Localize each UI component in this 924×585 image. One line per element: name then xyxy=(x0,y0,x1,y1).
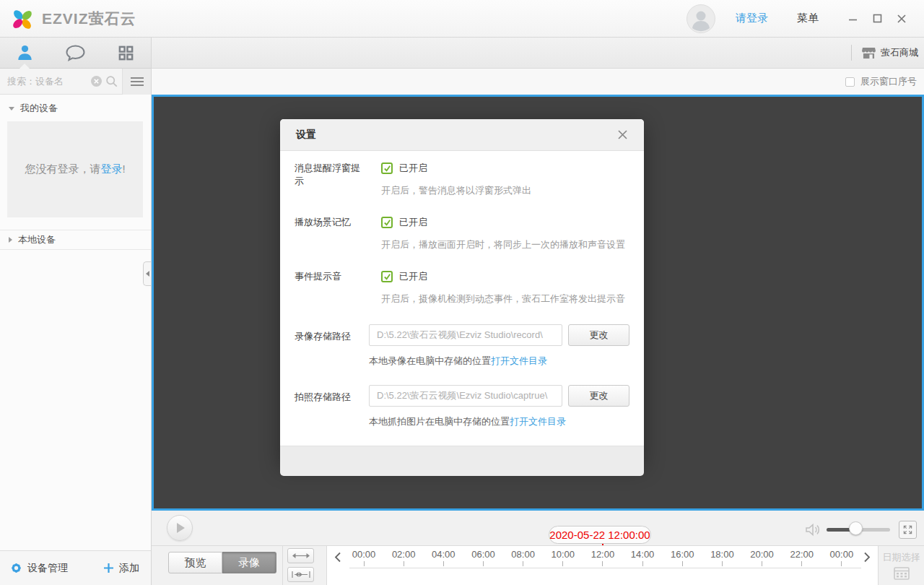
app-window: EZVIZ萤石云 请登录 菜单 xyxy=(0,0,924,585)
store-icon xyxy=(862,47,876,59)
capture-path-input[interactable] xyxy=(369,385,562,407)
calendar-icon[interactable] xyxy=(894,566,910,580)
list-menu-button[interactable] xyxy=(123,69,151,95)
active-tab-notch xyxy=(19,64,30,69)
collapse-left-icon xyxy=(146,271,149,277)
setting-row-capture-path: 拍照存储路径 更改 本地抓拍图片在电脑中存储的位置打开文件目录 xyxy=(295,385,627,428)
settings-dialog: 设置 消息提醒浮窗提示 已开启 开启后，警告消息将以浮 xyxy=(280,119,644,464)
timeline-tick: 04:00 xyxy=(429,549,458,566)
timeline-tick: 14:00 xyxy=(628,549,657,566)
not-logged-in-text: 您没有登录，请登录! xyxy=(25,162,125,176)
avatar[interactable] xyxy=(687,4,715,33)
local-devices-group[interactable]: 本地设备 xyxy=(0,230,151,250)
tab-preview[interactable]: 预览 xyxy=(168,552,222,573)
setting-row-record-path: 录像存储路径 更改 本地录像在电脑中存储的位置打开文件目录 xyxy=(295,324,627,368)
checkbox-checked-icon[interactable] xyxy=(381,217,393,228)
menu-button[interactable]: 菜单 xyxy=(797,12,819,25)
open-capture-folder-link[interactable]: 打开文件目录 xyxy=(510,416,566,427)
change-record-path-button[interactable]: 更改 xyxy=(568,324,629,346)
video-area[interactable]: 设置 消息提醒浮窗提示 已开启 开启后，警告消息将以浮 xyxy=(152,95,924,511)
close-button[interactable] xyxy=(889,8,914,30)
timestamp-badge: 2020-05-22 12:00:00 xyxy=(549,526,651,544)
person-icon xyxy=(16,44,34,62)
setting-desc: 开启后，播放画面开启时，将同步上一次的播放和声音设置 xyxy=(381,238,625,251)
setting-state: 已开启 xyxy=(399,270,427,283)
maximize-button[interactable] xyxy=(865,8,889,30)
add-device-button[interactable]: 添加 xyxy=(103,562,139,575)
sidebar: 我的设备 您没有登录，请登录! 本地设备 设备管理 xyxy=(0,38,152,585)
record-path-input[interactable] xyxy=(369,324,562,346)
checkbox-checked-icon[interactable] xyxy=(381,162,393,174)
search-icon[interactable] xyxy=(105,75,118,87)
dialog-header: 设置 xyxy=(280,119,644,151)
fullscreen-button[interactable] xyxy=(899,521,917,539)
checkbox-checked-icon[interactable] xyxy=(381,271,393,282)
timeline-tick: 08:00 xyxy=(509,549,538,566)
plus-icon xyxy=(103,563,114,573)
timeline-tick: 10:00 xyxy=(549,549,578,566)
sub-toolbar: 展示窗口序号 xyxy=(152,69,924,95)
timeline-tick: 18:00 xyxy=(707,549,736,566)
ezviz-store-button[interactable]: 萤石商城 xyxy=(862,46,918,59)
setting-row-float-alert: 消息提醒浮窗提示 已开启 开启后，警告消息将以浮窗形式弹出 xyxy=(295,162,627,197)
not-logged-in-panel: 您没有登录，请登录! xyxy=(7,121,143,217)
setting-desc: 开启后，摄像机检测到动态事件，萤石工作室将发出提示音 xyxy=(381,292,625,306)
login-msg-prefix: 您没有登录，请 xyxy=(25,162,100,175)
local-devices-label: 本地设备 xyxy=(18,233,56,246)
dialog-body: 消息提醒浮窗提示 已开启 开启后，警告消息将以浮窗形式弹出 播放场景记忆 xyxy=(280,151,644,446)
show-window-number-checkbox[interactable] xyxy=(845,77,855,87)
sidebar-tab-bar xyxy=(0,38,151,69)
timeline[interactable]: 00:00 02:00 04:00 06:00 08:00 10:00 12:0… xyxy=(326,546,879,585)
add-label: 添加 xyxy=(119,562,139,575)
tab-messages[interactable] xyxy=(51,38,101,68)
app-title: EZVIZ萤石云 xyxy=(42,9,136,29)
setting-label: 事件提示音 xyxy=(295,270,369,306)
setting-label: 播放场景记忆 xyxy=(295,216,369,251)
timeline-prev-icon[interactable] xyxy=(328,549,347,565)
login-msg-link[interactable]: 登录 xyxy=(100,162,122,175)
tab-record[interactable]: 录像 xyxy=(222,552,276,573)
sidebar-collapse-handle[interactable] xyxy=(143,261,151,286)
mode-toggle: 预览 录像 xyxy=(168,552,276,573)
login-msg-suffix: ! xyxy=(122,162,125,175)
my-devices-group[interactable]: 我的设备 xyxy=(0,95,151,121)
open-record-folder-link[interactable]: 打开文件目录 xyxy=(491,355,547,366)
timeline-tick: 06:00 xyxy=(468,549,497,566)
timeline-zoom-out-button[interactable] xyxy=(287,567,314,582)
store-label: 萤石商城 xyxy=(881,46,918,59)
minimize-button[interactable] xyxy=(840,8,865,30)
volume-handle[interactable] xyxy=(849,521,863,535)
speaker-icon[interactable] xyxy=(805,523,821,537)
play-button[interactable] xyxy=(167,515,193,541)
timeline-next-icon[interactable] xyxy=(858,549,876,565)
title-bar: EZVIZ萤石云 请登录 菜单 xyxy=(0,0,924,38)
timeline-tick: 00:00 xyxy=(827,549,856,566)
tab-layout[interactable] xyxy=(100,38,151,68)
setting-state: 已开启 xyxy=(399,216,427,229)
search-input[interactable] xyxy=(0,76,91,87)
login-link[interactable]: 请登录 xyxy=(736,12,768,25)
timeline-zoom-in-button[interactable] xyxy=(287,548,314,563)
show-window-number-label: 展示窗口序号 xyxy=(860,75,917,88)
change-capture-path-button[interactable]: 更改 xyxy=(568,385,629,407)
timeline-tick: 00:00 xyxy=(349,549,378,566)
timeline-row: 预览 录像 00:00 02:00 04:00 06:00 08:00 xyxy=(152,545,924,585)
my-devices-label: 我的设备 xyxy=(20,102,58,115)
device-list: 我的设备 您没有登录，请登录! 本地设备 xyxy=(0,95,151,550)
chevron-right-icon xyxy=(9,237,12,243)
date-select-panel: 日期选择 xyxy=(878,546,924,585)
timeline-tick: 20:00 xyxy=(748,549,777,566)
dialog-close-icon[interactable] xyxy=(617,129,628,140)
device-management-label: 设备管理 xyxy=(27,562,68,575)
setting-state: 已开启 xyxy=(399,162,427,175)
device-search-bar xyxy=(0,69,151,95)
gear-icon xyxy=(10,562,22,574)
timeline-tick: 16:00 xyxy=(668,549,697,566)
device-management-button[interactable]: 设备管理 xyxy=(10,562,68,575)
setting-desc: 开启后，警告消息将以浮窗形式弹出 xyxy=(381,184,531,197)
clear-icon[interactable] xyxy=(91,76,102,87)
path-desc: 本地抓拍图片在电脑中存储的位置 xyxy=(369,416,510,427)
ezviz-logo-icon xyxy=(10,6,35,31)
sidebar-footer: 设备管理 添加 xyxy=(0,550,151,585)
setting-label: 录像存储路径 xyxy=(295,324,369,368)
